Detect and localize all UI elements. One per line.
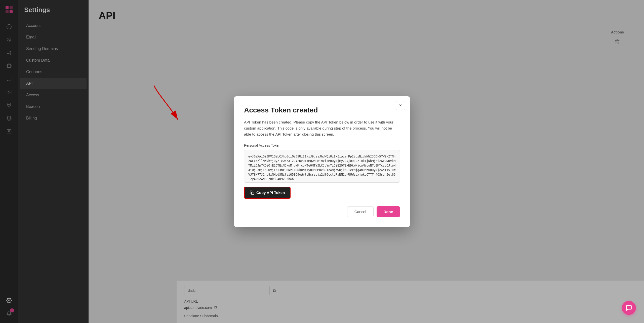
token-value-box: eyJ0eXAiOiJKV1QiLCJhbGciOiJSUzI1NiJ9.eyJ… (244, 150, 400, 183)
token-section-label: Personal Access Token (244, 143, 400, 147)
modal-overlay: × Access Token created API Token has bee… (89, 0, 644, 323)
svg-rect-15 (252, 192, 254, 194)
modal-close-button[interactable]: × (396, 101, 405, 110)
modal-title: Access Token created (244, 106, 400, 114)
cancel-button[interactable]: Cancel (347, 206, 374, 217)
chat-support-button[interactable] (622, 301, 636, 315)
modal-footer: Cancel Done (244, 206, 400, 217)
done-button[interactable]: Done (377, 206, 400, 217)
copy-btn-label: Copy API Token (256, 190, 285, 195)
access-token-modal: × Access Token created API Token has bee… (234, 96, 410, 227)
main-content: API Actions ⧉ API URL api.sendlane.com ⧉… (89, 0, 644, 323)
modal-description: API Token has been created. Please copy … (244, 119, 400, 137)
copy-api-token-button[interactable]: Copy API Token (244, 187, 291, 199)
copy-icon (250, 190, 254, 195)
